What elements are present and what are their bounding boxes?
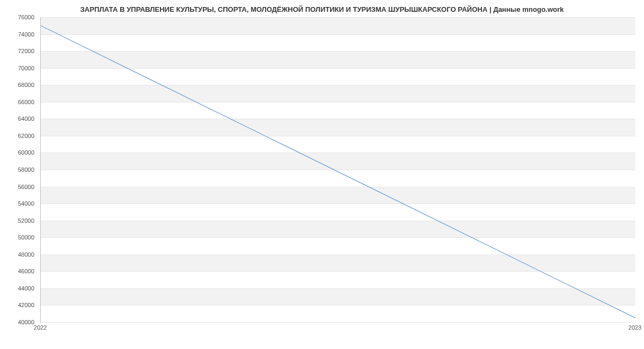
y-tick-label: 42000 <box>18 302 34 308</box>
y-tick-label: 58000 <box>18 166 34 173</box>
y-tick-label: 72000 <box>18 48 34 54</box>
y-tick-label: 70000 <box>18 65 34 71</box>
plot-area <box>40 17 635 323</box>
y-tick-label: 40000 <box>18 319 34 325</box>
y-tick-label: 50000 <box>18 234 34 241</box>
x-axis: 20222023 <box>40 323 635 334</box>
gridline <box>41 322 635 323</box>
y-tick-label: 52000 <box>18 217 34 224</box>
y-tick-label: 56000 <box>18 184 34 190</box>
y-tick-label: 64000 <box>18 115 34 122</box>
y-tick-label: 62000 <box>18 133 34 139</box>
x-tick-label: 2022 <box>34 324 47 331</box>
chart-container: ЗАРПЛАТА В УПРАВЛЕНИЕ КУЛЬТУРЫ, СПОРТА, … <box>0 0 644 349</box>
y-tick-label: 60000 <box>18 149 34 156</box>
y-tick-label: 48000 <box>18 251 34 258</box>
y-tick-label: 66000 <box>18 99 34 105</box>
chart-title: ЗАРПЛАТА В УПРАВЛЕНИЕ КУЛЬТУРЫ, СПОРТА, … <box>0 0 644 17</box>
y-axis: 4000042000440004600048000500005200054000… <box>0 17 38 322</box>
chart-line <box>41 17 635 322</box>
y-tick-label: 54000 <box>18 200 34 207</box>
y-tick-label: 46000 <box>18 268 34 274</box>
y-tick-label: 44000 <box>18 285 34 292</box>
y-tick-label: 76000 <box>18 14 34 20</box>
x-tick-label: 2023 <box>628 324 641 331</box>
y-tick-label: 68000 <box>18 82 34 88</box>
y-tick-label: 74000 <box>18 31 34 38</box>
